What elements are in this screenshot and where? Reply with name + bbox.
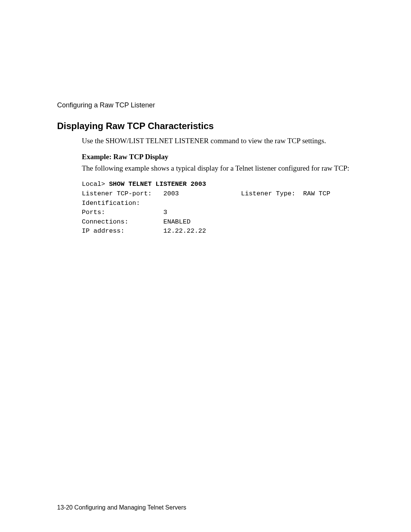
section-label: Configuring a Raw TCP Listener [57,101,354,109]
intro-text: Use the SHOW/LIST TELNET LISTENER comman… [82,136,354,146]
content-block: Configuring a Raw TCP Listener Displayin… [57,101,354,236]
body-block: Use the SHOW/LIST TELNET LISTENER comman… [82,136,354,236]
example-description: The following example shows a typical di… [82,163,354,173]
document-page: Configuring a Raw TCP Listener Displayin… [0,0,411,532]
code-example: Local> SHOW TELNET LISTENER 2003 Listene… [82,180,354,236]
page-footer: 13-20 Configuring and Managing Telnet Se… [57,504,186,511]
example-heading: Example: Raw TCP Display [82,153,354,161]
code-output-line: Identification: [82,200,140,207]
page-heading: Displaying Raw TCP Characteristics [57,121,354,131]
code-output-line: Listener TCP-port: 2003 Listener Type: R… [82,190,330,197]
code-output-line: Connections: ENABLED [82,218,191,225]
code-output-line: IP address: 12.22.22.22 [82,227,206,235]
code-command: SHOW TELNET LISTENER 2003 [109,181,206,188]
code-prompt: Local> [82,181,109,188]
code-output-line: Ports: 3 [82,209,167,216]
